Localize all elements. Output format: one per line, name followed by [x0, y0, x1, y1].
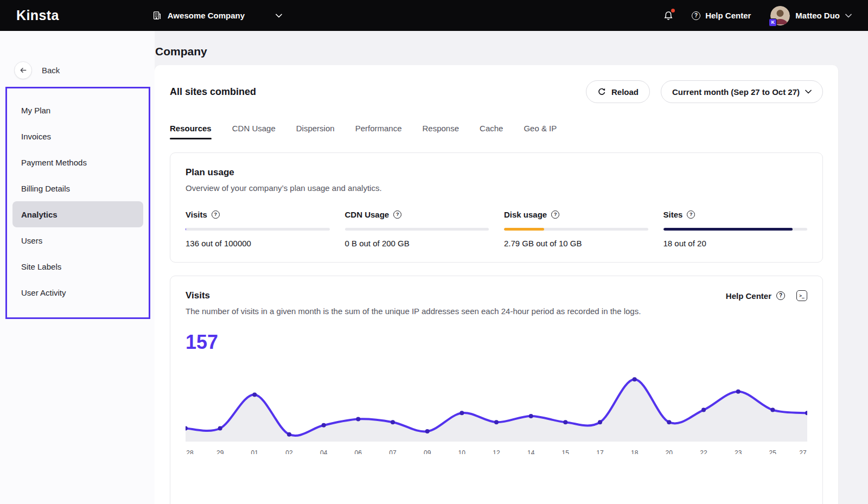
- tab-dispersion[interactable]: Dispersion: [296, 124, 335, 139]
- metric-label: Sites: [663, 210, 683, 219]
- kinsta-badge: K: [769, 18, 777, 27]
- metric-visits: Visits ? 136 out of 100000: [186, 210, 330, 248]
- visits-description: The number of visits in a given month is…: [186, 307, 807, 316]
- metric-value: 18 out of 20: [663, 239, 808, 248]
- x-tick-label: 28: [186, 449, 193, 454]
- x-tick-label: 14: [527, 449, 534, 454]
- x-tick-label: 12: [493, 449, 500, 454]
- building-icon: [152, 11, 162, 20]
- metric-sites: Sites ? 18 out of 20: [663, 210, 808, 248]
- x-tick-label: 10: [458, 449, 465, 454]
- x-tick-label: 20: [666, 449, 673, 454]
- sidebar-item-site-labels[interactable]: Site Labels: [12, 253, 143, 279]
- sidebar-item-analytics[interactable]: Analytics: [12, 201, 143, 227]
- company-menu: My Plan Invoices Payment Methods Billing…: [5, 87, 150, 319]
- visits-actions: Help Center ? >_: [726, 290, 807, 301]
- metric-cdn-usage: CDN Usage ? 0 B out of 200 GB: [345, 210, 489, 248]
- x-tick-label: 06: [355, 449, 362, 454]
- period-dropdown[interactable]: Current month (Sep 27 to Oct 27): [661, 80, 823, 103]
- x-tick-label: 01: [251, 449, 258, 454]
- back-button[interactable]: [14, 61, 32, 79]
- x-tick-label: 27: [799, 449, 806, 454]
- sidebar-item-billing-details[interactable]: Billing Details: [12, 175, 143, 201]
- tab-resources[interactable]: Resources: [170, 124, 212, 139]
- help-center-label: Help Center: [705, 11, 751, 20]
- visits-progress-bar: [186, 228, 330, 231]
- question-circle-icon[interactable]: ?: [776, 291, 785, 300]
- sidebar-item-invoices[interactable]: Invoices: [12, 123, 143, 149]
- sidebar-item-payment-methods[interactable]: Payment Methods: [12, 149, 143, 175]
- x-tick-label: 25: [769, 449, 776, 454]
- help-icon[interactable]: ?: [687, 210, 695, 219]
- x-tick-label: 23: [735, 449, 742, 454]
- sites-progress-bar: [663, 228, 808, 231]
- all-sites-card: All sites combined Reload Current month …: [155, 65, 838, 504]
- plan-usage-metrics: Visits ? 136 out of 100000 CDN Usage ? 0…: [186, 210, 807, 248]
- visits-card: Visits Help Center ? >_ The number of vi…: [170, 276, 823, 504]
- metric-label: CDN Usage: [345, 210, 390, 219]
- topbar: Kinsta Awesome Company ? Help Center: [0, 0, 868, 31]
- x-tick-label: 15: [562, 449, 569, 454]
- company-selector[interactable]: Awesome Company: [152, 11, 282, 20]
- chevron-down-icon: [845, 14, 852, 18]
- metric-label: Disk usage: [504, 210, 547, 219]
- tab-cache[interactable]: Cache: [480, 124, 503, 139]
- topbar-right: ? Help Center K Matteo Duo: [663, 6, 852, 25]
- cdn-progress-bar: [345, 228, 489, 231]
- help-center-link[interactable]: Help Center: [726, 291, 771, 301]
- page-title: Company: [155, 45, 868, 58]
- chart-x-axis-labels: 28290102040607091012141517182022232527: [186, 449, 807, 454]
- help-icon[interactable]: ?: [393, 210, 401, 219]
- help-icon[interactable]: ?: [551, 210, 559, 219]
- question-circle-icon: ?: [692, 11, 700, 20]
- visits-total: 157: [186, 331, 807, 354]
- back-label[interactable]: Back: [42, 66, 60, 75]
- disk-progress-bar: [504, 228, 648, 231]
- main-content: Company All sites combined Reload Curren…: [155, 31, 868, 504]
- all-sites-title: All sites combined: [170, 86, 256, 98]
- visits-chart: 28290102040607091012141517182022232527: [186, 366, 807, 454]
- x-tick-label: 17: [596, 449, 603, 454]
- notifications-button[interactable]: [663, 11, 673, 21]
- notification-dot: [671, 9, 675, 12]
- sidebar-item-my-plan[interactable]: My Plan: [12, 97, 143, 123]
- sidebar-item-users[interactable]: Users: [12, 227, 143, 253]
- tab-cdn-usage[interactable]: CDN Usage: [232, 124, 276, 139]
- chevron-down-icon: [805, 90, 812, 94]
- user-menu[interactable]: K Matteo Duo: [770, 6, 852, 25]
- visits-line-chart: [186, 366, 807, 442]
- x-tick-label: 02: [285, 449, 292, 454]
- kinsta-logo[interactable]: Kinsta: [16, 8, 59, 23]
- visits-title: Visits: [186, 290, 210, 301]
- x-tick-label: 04: [320, 449, 327, 454]
- tab-performance[interactable]: Performance: [355, 124, 402, 139]
- x-tick-label: 18: [631, 449, 638, 454]
- metric-label: Visits: [186, 210, 207, 219]
- tab-geo-ip[interactable]: Geo & IP: [524, 124, 557, 139]
- back-row: Back: [14, 61, 155, 79]
- user-name: Matteo Duo: [795, 11, 840, 20]
- analytics-tabs: Resources CDN Usage Dispersion Performan…: [170, 124, 823, 139]
- tab-response[interactable]: Response: [423, 124, 459, 139]
- metric-value: 136 out of 100000: [186, 239, 330, 248]
- period-label: Current month (Sep 27 to Oct 27): [672, 87, 800, 97]
- reload-label: Reload: [611, 87, 639, 97]
- plan-usage-title: Plan usage: [186, 167, 807, 178]
- plan-usage-card: Plan usage Overview of your company’s pl…: [170, 152, 823, 263]
- company-name: Awesome Company: [168, 11, 245, 20]
- metric-value: 0 B out of 200 GB: [345, 239, 489, 248]
- sidebar-item-user-activity[interactable]: User Activity: [12, 279, 143, 305]
- reload-button[interactable]: Reload: [586, 80, 650, 103]
- header-actions: Reload Current month (Sep 27 to Oct 27): [586, 80, 823, 103]
- sidebar: Back My Plan Invoices Payment Methods Bi…: [0, 31, 155, 504]
- plan-usage-subtitle: Overview of your company’s plan usage an…: [186, 183, 807, 193]
- chevron-down-icon: [276, 14, 282, 18]
- x-tick-label: 09: [424, 449, 431, 454]
- logs-console-icon[interactable]: >_: [796, 290, 807, 301]
- help-icon[interactable]: ?: [212, 210, 220, 219]
- metric-value: 2.79 GB out of 10 GB: [504, 239, 648, 248]
- help-center-button[interactable]: ? Help Center: [692, 11, 751, 20]
- metric-disk-usage: Disk usage ? 2.79 GB out of 10 GB: [504, 210, 648, 248]
- x-tick-label: 29: [216, 449, 224, 454]
- arrow-left-icon: [19, 66, 27, 74]
